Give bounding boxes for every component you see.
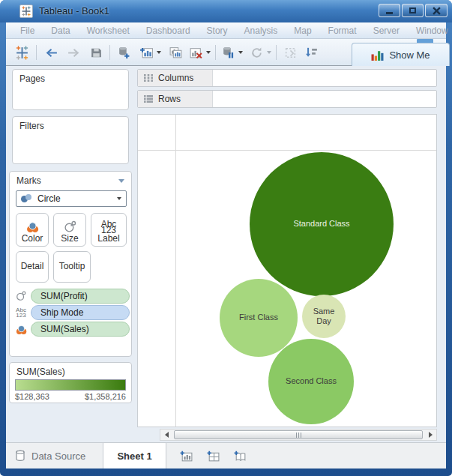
color-button[interactable]: Color: [16, 213, 49, 247]
new-worksheet-dropdown[interactable]: [155, 43, 163, 61]
bubble-second-class[interactable]: Second Class: [268, 339, 354, 424]
pause-auto-updates-icon: [221, 46, 235, 59]
abc123-icon: Abc123: [101, 222, 117, 233]
pill-label: Ship Mode: [40, 307, 83, 318]
label-button-label: Label: [97, 233, 119, 244]
new-data-source-button[interactable]: [113, 43, 134, 61]
menu-data[interactable]: Data: [43, 23, 78, 38]
legend-gradient-bar: [15, 379, 126, 391]
sheet-tab-bar: Data Source Sheet 1: [6, 442, 446, 469]
new-worksheet-tab-button[interactable]: [177, 448, 195, 464]
pause-auto-updates-dropdown[interactable]: [237, 43, 244, 61]
run-update-button[interactable]: [280, 43, 300, 61]
size-icon[interactable]: [14, 291, 28, 301]
marks-menu-icon[interactable]: [118, 179, 124, 183]
columns-shelf[interactable]: Columns: [137, 69, 437, 87]
redo-button[interactable]: [63, 43, 84, 61]
menu-server[interactable]: Server: [365, 23, 408, 38]
refresh-dropdown[interactable]: [265, 43, 273, 61]
pill-row: SUM(Profit): [14, 289, 130, 304]
tooltip-button[interactable]: Tooltip: [53, 251, 91, 283]
duplicate-sheet-icon: [169, 46, 183, 59]
bubble-first-class[interactable]: First Class: [220, 279, 298, 357]
tableau-logo-icon: [19, 4, 33, 18]
minimize-button[interactable]: [379, 4, 400, 17]
menu-map[interactable]: Map: [286, 23, 319, 38]
horizontal-scrollbar[interactable]: [160, 429, 437, 441]
legend-min-value: $128,363: [15, 392, 49, 401]
scroll-right-button[interactable]: [424, 430, 436, 440]
new-dashboard-icon: [206, 450, 220, 463]
pause-auto-updates-button[interactable]: [219, 43, 237, 61]
menu-story[interactable]: Story: [199, 23, 236, 38]
run-update-icon: [284, 46, 297, 59]
close-button[interactable]: [425, 4, 448, 17]
columns-label: Columns: [158, 73, 193, 83]
bubble-label: Second Class: [286, 376, 337, 386]
color-icon: [26, 220, 39, 233]
circle-mark-icon: [21, 194, 32, 203]
sheet1-tab[interactable]: Sheet 1: [103, 443, 166, 469]
toolbar-separator: [215, 45, 216, 60]
pill-sum-profit[interactable]: SUM(Profit): [31, 289, 130, 304]
clear-sheet-icon: [189, 46, 203, 59]
marks-title: Marks: [16, 175, 41, 186]
pages-title: Pages: [13, 70, 128, 84]
abc123-icon[interactable]: Abc123: [14, 307, 28, 319]
rows-shelf[interactable]: Rows: [137, 90, 437, 108]
duplicate-sheet-button[interactable]: [166, 43, 185, 61]
scroll-left-button[interactable]: [160, 430, 172, 440]
pill-sum-sales[interactable]: SUM(Sales): [31, 322, 130, 337]
size-icon: [64, 220, 76, 233]
minimize-icon: [386, 12, 393, 14]
mark-type-dropdown[interactable]: Circle: [16, 190, 127, 207]
new-story-tab-button[interactable]: [231, 448, 249, 464]
pages-shelf[interactable]: Pages: [12, 69, 129, 110]
sort-icon: [304, 46, 318, 59]
menu-format[interactable]: Format: [320, 23, 365, 38]
clear-sheet-dropdown[interactable]: [205, 43, 212, 61]
undo-button[interactable]: [40, 43, 61, 61]
pill-label: SUM(Profit): [40, 291, 88, 301]
show-me-icon: [371, 49, 384, 61]
new-dashboard-tab-button[interactable]: [204, 448, 222, 464]
menu-window[interactable]: Window: [408, 23, 452, 38]
size-button[interactable]: Size: [53, 213, 86, 247]
chart-pane[interactable]: Standard ClassFirst ClassSame DaySecond …: [137, 114, 437, 427]
toolbar: Show Me: [6, 39, 446, 66]
mark-type-value: Circle: [37, 193, 112, 204]
axis-divider-horizontal: [138, 150, 436, 151]
size-button-label: Size: [61, 233, 78, 244]
maximize-button[interactable]: [402, 4, 424, 17]
tableau-window: Tableau - Book1 File Data Worksheet Dash…: [0, 0, 452, 476]
save-button[interactable]: [85, 43, 106, 61]
color-legend-card[interactable]: SUM(Sales) $128,363 $1,358,216: [9, 362, 132, 403]
clear-sheet-button[interactable]: [187, 43, 205, 61]
scrollbar-thumb[interactable]: [174, 430, 423, 439]
label-button[interactable]: Abc123 Label: [91, 213, 127, 247]
show-me-button[interactable]: Show Me: [352, 43, 450, 66]
workspace: Pages Filters Marks Circle Color: [6, 66, 446, 442]
color-button-label: Color: [22, 233, 43, 244]
tableau-sparkle-icon[interactable]: [12, 43, 31, 61]
detail-button[interactable]: Detail: [16, 251, 49, 283]
menu-file[interactable]: File: [12, 23, 43, 38]
pill-ship-mode[interactable]: Ship Mode: [31, 305, 130, 320]
bubble-same-day[interactable]: Same Day: [302, 295, 346, 338]
scroll-right-icon: [429, 432, 433, 438]
sheet1-label: Sheet 1: [117, 451, 151, 462]
filters-shelf[interactable]: Filters: [12, 116, 129, 164]
refresh-button[interactable]: [247, 43, 265, 61]
data-source-tab[interactable]: Data Source: [7, 443, 101, 469]
menu-bar: File Data Worksheet Dashboard Story Anal…: [6, 22, 446, 39]
new-worksheet-button[interactable]: [137, 43, 155, 61]
data-source-label: Data Source: [31, 451, 85, 462]
title-bar[interactable]: Tableau - Book1: [0, 0, 452, 22]
menu-worksheet[interactable]: Worksheet: [79, 23, 138, 38]
sort-button[interactable]: [301, 43, 321, 61]
bubble-standard-class[interactable]: Standard Class: [250, 152, 394, 296]
color-icon[interactable]: [14, 324, 28, 335]
menu-dashboard[interactable]: Dashboard: [138, 23, 199, 38]
menu-analysis[interactable]: Analysis: [236, 23, 286, 38]
new-story-icon: [233, 450, 247, 463]
